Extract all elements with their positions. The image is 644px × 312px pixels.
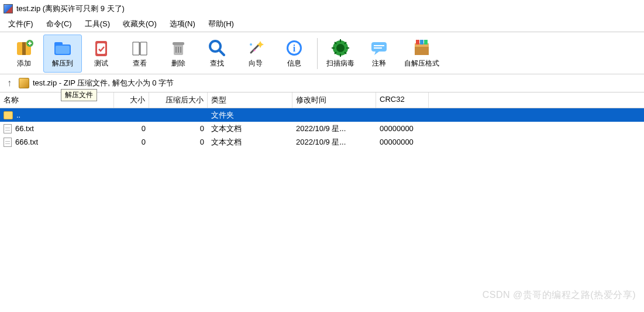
file-name: .. <box>16 111 20 119</box>
svg-point-17 <box>336 44 345 52</box>
info-label: 信息 <box>287 59 301 68</box>
menu-bar[interactable]: 文件(F) 命令(C) 工具(S) 收藏夹(O) 选项(N) 帮助(H) <box>0 16 644 32</box>
col-size[interactable]: 大小 <box>114 92 149 108</box>
menu-help[interactable]: 帮助(H) <box>202 18 240 30</box>
comment-icon <box>369 37 390 59</box>
sfx-button[interactable]: 自解压格式 <box>398 35 445 73</box>
scan-virus-button[interactable]: 扫描病毒 <box>321 35 360 73</box>
file-list[interactable]: .. 文件夹 66.txt 0 0 文本文档 2022/10/9 星... 00… <box>0 108 644 149</box>
add-button[interactable]: 添加 <box>5 35 43 73</box>
title-bar: test.zip (离购买许可只剩 9 天了) <box>0 0 644 16</box>
menu-fav[interactable]: 收藏夹(O) <box>117 18 163 30</box>
col-packed[interactable]: 压缩后大小 <box>149 92 208 108</box>
svg-rect-1 <box>22 42 26 55</box>
menu-tool[interactable]: 工具(S) <box>79 18 116 30</box>
svg-point-12 <box>254 50 256 52</box>
toolbar-separator <box>317 38 318 69</box>
list-item[interactable]: 66.txt 0 0 文本文档 2022/10/9 星... 00000000 <box>0 122 644 135</box>
view-button[interactable]: 查看 <box>120 35 159 73</box>
delete-button[interactable]: 删除 <box>159 35 198 73</box>
test-button[interactable]: 测试 <box>82 35 120 73</box>
list-item[interactable]: 666.txt 0 0 文本文档 2022/10/9 星... 00000000 <box>0 135 644 149</box>
test-label: 测试 <box>94 59 108 68</box>
menu-cmd[interactable]: 命令(C) <box>40 18 78 30</box>
info-button[interactable]: i 信息 <box>275 35 314 73</box>
folder-icon <box>4 111 13 119</box>
svg-rect-18 <box>371 42 387 52</box>
list-item-parent[interactable]: .. 文件夹 <box>0 108 644 122</box>
svg-rect-23 <box>424 40 428 44</box>
text-file-icon <box>4 138 12 147</box>
archive-add-icon <box>13 37 35 59</box>
address-text[interactable]: test.zip - ZIP 压缩文件, 解包大小为 0 字节 <box>33 78 174 88</box>
search-icon <box>206 37 228 59</box>
find-label: 查找 <box>210 59 224 68</box>
info-icon: i <box>284 37 305 59</box>
comment-button[interactable]: 注释 <box>360 35 398 73</box>
wizard-label: 向导 <box>249 59 263 68</box>
up-arrow-icon[interactable]: ↑ <box>4 78 15 88</box>
col-type[interactable]: 类型 <box>208 92 292 108</box>
text-file-icon <box>4 124 12 133</box>
wizard-button[interactable]: 向导 <box>236 35 275 73</box>
trash-icon <box>168 37 189 59</box>
box-sfx-icon <box>411 37 432 59</box>
file-name: 666.txt <box>15 138 38 146</box>
app-icon <box>4 4 13 13</box>
svg-point-11 <box>250 43 252 46</box>
delete-label: 删除 <box>171 59 185 68</box>
svg-rect-21 <box>416 40 419 44</box>
svg-rect-5 <box>56 46 70 54</box>
extract-label: 解压到 <box>52 59 73 68</box>
virus-icon <box>330 37 351 59</box>
svg-rect-7 <box>97 43 105 54</box>
svg-rect-19 <box>415 46 429 55</box>
col-modified[interactable]: 修改时间 <box>292 92 376 108</box>
archive-path-icon <box>19 78 29 88</box>
col-crc[interactable]: CRC32 <box>376 92 429 108</box>
extract-to-button[interactable]: 解压到 <box>43 35 82 73</box>
book-icon <box>129 37 150 59</box>
sfx-label: 自解压格式 <box>404 59 439 68</box>
svg-text:i: i <box>293 43 296 53</box>
toolbar: 添加 解压到 测试 查看 删除 查找 向导 <box>0 32 644 74</box>
view-label: 查看 <box>133 59 147 68</box>
extract-tooltip: 解压文件 <box>61 89 97 101</box>
folder-extract-icon <box>52 37 73 59</box>
svg-rect-22 <box>420 40 423 44</box>
wand-icon <box>245 37 266 59</box>
watermark: CSDN @贵哥的编程之路(热爱分享) <box>483 289 636 301</box>
window-title: test.zip (离购买许可只剩 9 天了) <box>16 4 125 14</box>
file-name: 66.txt <box>15 124 34 133</box>
svg-rect-9 <box>173 42 184 45</box>
scan-label: 扫描病毒 <box>326 59 354 68</box>
find-button[interactable]: 查找 <box>198 35 236 73</box>
menu-opt[interactable]: 选项(N) <box>164 18 201 30</box>
comment-label: 注释 <box>372 59 386 68</box>
clipboard-check-icon <box>91 37 112 59</box>
menu-file[interactable]: 文件(F) <box>2 18 39 30</box>
add-label: 添加 <box>17 59 31 68</box>
